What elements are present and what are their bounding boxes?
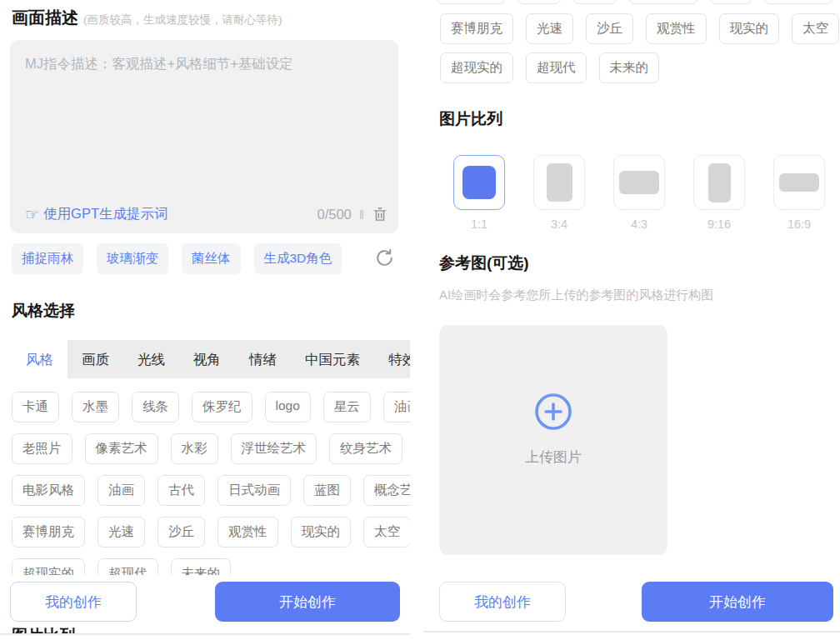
style-chip[interactable]: 赛博朋克 [12,517,85,548]
style-chip[interactable]: 古代 [158,475,205,506]
ratio-option-9:16[interactable]: 9:16 [693,155,745,231]
char-counter: 0/500 [318,207,352,222]
style-chip[interactable]: 水墨 [72,392,119,422]
gpt-generate-button[interactable]: ☞ 使用GPT生成提示词 [25,205,168,223]
ratio-option-3:4[interactable]: 3:4 [533,155,585,231]
ratio-card [693,155,745,210]
panel-scroll-top: 画面描述 (画质较高，生成速度较慢，请耐心等待) MJ指令描述：客观描述+风格细… [0,0,410,640]
style-chip[interactable]: 超现实的 [440,52,513,83]
ratio-label: 4:3 [631,218,648,231]
suggestion-row: 捕捉雨林玻璃渐变菌丝体生成3D角色 [12,243,342,274]
style-chip[interactable]: 蓝图 [303,475,351,506]
tab-视角[interactable]: 视角 [179,340,235,378]
prompt-footer: ☞ 使用GPT生成提示词 0/500 ‖ [25,205,388,223]
style-chip[interactable]: 电影风格 [12,475,85,506]
style-chip[interactable]: 纹身艺术 [329,433,402,464]
reference-note: AI绘画时会参考您所上传的参考图的风格进行构图 [439,288,713,303]
style-chip[interactable]: 水彩 [171,433,218,464]
suggestion-chip[interactable]: 捕捉雨林 [12,243,83,274]
style-chip[interactable]: 线条 [132,392,179,422]
start-creation-button[interactable]: 开始创作 [215,582,400,622]
style-chip[interactable]: 现实的 [291,517,352,548]
clear-prompt-button[interactable] [372,206,388,222]
style-chip[interactable]: 光速 [98,517,145,548]
cut-chip [764,0,832,4]
my-creations-button[interactable]: 我的创作 [10,582,137,622]
reference-section-title: 参考图(可选) [439,252,529,274]
suggestion-chip[interactable]: 玻璃渐变 [97,243,168,274]
style-chip[interactable]: 赛博朋克 [440,13,513,44]
chip-row: 电影风格油画古代日式动画蓝图概念艺术 [12,475,405,506]
style-chip[interactable]: 超现代 [526,52,587,83]
ratio-label: 3:4 [551,218,568,231]
style-chip[interactable]: 观赏性 [646,13,707,44]
upload-image-button[interactable]: 上传图片 [439,325,668,555]
ratio-card [773,155,825,210]
start-creation-button[interactable]: 开始创作 [642,582,833,622]
style-chip-row: 赛博朋克光速沙丘观赏性现实的太空 [440,13,839,44]
style-chip[interactable]: 沙丘 [586,13,633,44]
cut-chip [629,0,698,4]
style-chip[interactable]: 沙丘 [158,517,205,548]
style-tabbar: 风格画质光线视角情绪中国元素特效 [12,340,410,378]
style-chip[interactable]: 太空 [363,517,410,548]
ratio-card [533,155,585,210]
ratio-shape [547,163,572,202]
my-creations-button[interactable]: 我的创作 [439,582,566,622]
style-chip-row: 超现实的超现代未来的 [440,52,659,83]
cut-chip [518,0,561,4]
bottom-action-bar: 我的创作 开始创作 [423,575,840,628]
refresh-suggestions-button[interactable] [374,248,395,272]
suggestion-chip[interactable]: 菌丝体 [182,243,241,274]
tab-光线[interactable]: 光线 [123,340,179,378]
style-chip[interactable]: 老照片 [12,433,72,464]
ratio-shape [779,173,819,192]
style-chip[interactable]: 像素艺术 [85,433,158,464]
ratio-label: 1:1 [471,218,488,231]
ratio-shape [462,166,496,199]
style-chip[interactable]: 侏罗纪 [192,392,252,422]
ratio-label: 9:16 [708,218,731,231]
ratio-card [453,155,505,210]
chip-row: 卡通水墨线条侏罗纪logo星云油画 [12,392,405,422]
ratio-card [613,155,665,210]
tab-风格[interactable]: 风格 [12,340,68,378]
ratio-option-16:9[interactable]: 16:9 [773,155,825,231]
style-chip-grid: 卡通水墨线条侏罗纪logo星云油画老照片像素艺术水彩浮世绘艺术纹身艺术电影风格油… [12,392,405,600]
style-chip[interactable]: 现实的 [719,13,780,44]
prompt-placeholder: MJ指令描述：客观描述+风格细节+基础设定 [25,55,293,73]
style-chip[interactable]: 星云 [323,392,371,422]
style-chip[interactable]: 日式动画 [218,475,291,506]
style-chip[interactable]: 观赏性 [218,517,278,548]
style-chip[interactable]: 太空 [792,13,839,44]
ratio-shape [708,163,731,202]
tab-中国元素[interactable]: 中国元素 [291,340,374,378]
plus-circle-icon [533,392,573,435]
style-chip[interactable]: 概念艺术 [363,475,410,506]
cut-chip [437,0,505,4]
tab-情绪[interactable]: 情绪 [235,340,291,378]
style-chip[interactable]: logo [265,392,311,422]
cut-chip [573,0,617,4]
tab-画质[interactable]: 画质 [68,340,123,378]
style-chip[interactable]: 卡通 [12,392,59,422]
cut-chip [710,0,752,4]
ratio-option-4:3[interactable]: 4:3 [613,155,665,231]
style-chip[interactable]: 浮世绘艺术 [231,433,318,464]
panel-bottom-divider [0,633,410,640]
style-chip[interactable]: 油画 [98,475,145,506]
gpt-generate-label: 使用GPT生成提示词 [43,205,168,223]
ratio-label: 16:9 [788,218,811,231]
upload-label: 上传图片 [525,448,582,467]
ratio-option-1:1[interactable]: 1:1 [453,155,505,231]
prompt-textarea[interactable]: MJ指令描述：客观描述+风格细节+基础设定 ☞ 使用GPT生成提示词 0/500… [10,40,398,233]
style-chip[interactable]: 油画 [383,392,410,422]
tab-特效[interactable]: 特效 [374,340,410,378]
page-title-note: (画质较高，生成速度较慢，请耐心等待) [83,12,282,28]
style-chip[interactable]: 光速 [526,13,573,44]
chip-row: 老照片像素艺术水彩浮世绘艺术纹身艺术 [12,433,405,464]
suggestion-chip[interactable]: 生成3D角色 [254,243,342,274]
trash-icon [372,206,388,222]
ratio-section-title: 图片比列 [439,108,502,130]
style-chip[interactable]: 未来的 [599,52,660,83]
